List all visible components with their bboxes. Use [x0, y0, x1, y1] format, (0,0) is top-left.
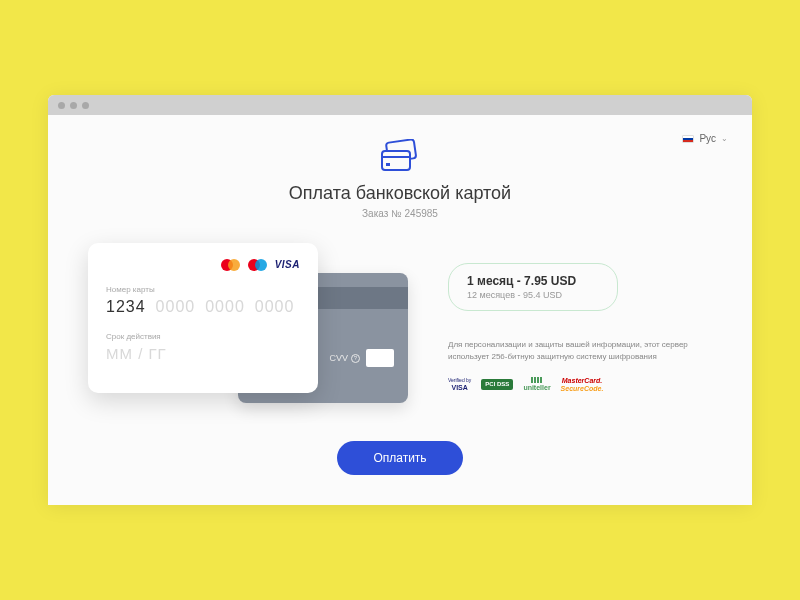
card-number-label: Номер карты	[106, 285, 300, 294]
window-dot-maximize[interactable]	[82, 102, 89, 109]
card-number-group-3: 0000	[205, 298, 245, 316]
cards-icon	[88, 139, 712, 173]
maestro-icon	[248, 259, 267, 271]
window-content: Рус ⌄ Оплата банковской картой Заказ № 2…	[48, 115, 752, 505]
card-brands: VISA	[106, 259, 300, 271]
visa-icon: VISA	[275, 259, 300, 271]
uniteller-badge: uniteller	[523, 377, 550, 392]
card-front: VISA Номер карты 1234 0000 0000 0000 Сро…	[88, 243, 318, 393]
browser-window: Рус ⌄ Оплата банковской картой Заказ № 2…	[48, 95, 752, 505]
cvv-input[interactable]	[366, 349, 394, 367]
plan-selector[interactable]: 1 месяц - 7.95 USD 12 месяцев - 95.4 USD	[448, 263, 618, 311]
card-number-group-4: 0000	[255, 298, 295, 316]
window-dot-minimize[interactable]	[70, 102, 77, 109]
page-title: Оплата банковской картой	[88, 183, 712, 204]
svg-rect-3	[386, 163, 390, 166]
order-number: Заказ № 245985	[88, 208, 712, 219]
cvv-help-icon[interactable]: ?	[351, 354, 360, 363]
cvv-label: CVV ?	[329, 353, 360, 363]
window-titlebar	[48, 95, 752, 115]
plan-primary: 1 месяц - 7.95 USD	[467, 274, 599, 288]
card-number-group-2: 0000	[156, 298, 196, 316]
window-dot-close[interactable]	[58, 102, 65, 109]
language-picker[interactable]: Рус ⌄	[682, 133, 728, 144]
security-text: Для персонализации и защиты вашей информ…	[448, 339, 688, 363]
card-visual: CVV ? VISA	[88, 243, 408, 433]
expiry-input[interactable]: ММ / ГГ	[106, 345, 300, 362]
svg-rect-1	[382, 151, 410, 170]
plan-secondary: 12 месяцев - 95.4 USD	[467, 290, 599, 300]
verified-by-visa-badge: Verified by VISA	[448, 378, 471, 391]
expiry-label: Срок действия	[106, 332, 300, 341]
pay-button[interactable]: Оплатить	[337, 441, 462, 475]
security-badges: Verified by VISA PCI DSS uniteller Maste…	[448, 377, 712, 392]
main-content: CVV ? VISA	[88, 243, 712, 433]
language-label: Рус	[699, 133, 716, 144]
plan-column: 1 месяц - 7.95 USD 12 месяцев - 95.4 USD…	[448, 243, 712, 392]
card-number-group-1: 1234	[106, 298, 146, 316]
mastercard-icon	[221, 259, 240, 271]
mastercard-securecode-badge: MasterCard. SecureCode.	[561, 377, 604, 392]
chevron-down-icon: ⌄	[721, 134, 728, 143]
pci-dss-badge: PCI DSS	[481, 379, 513, 390]
flag-russia-icon	[682, 135, 694, 143]
card-number-input[interactable]: 1234 0000 0000 0000	[106, 298, 300, 316]
page-header: Оплата банковской картой Заказ № 245985	[88, 139, 712, 219]
